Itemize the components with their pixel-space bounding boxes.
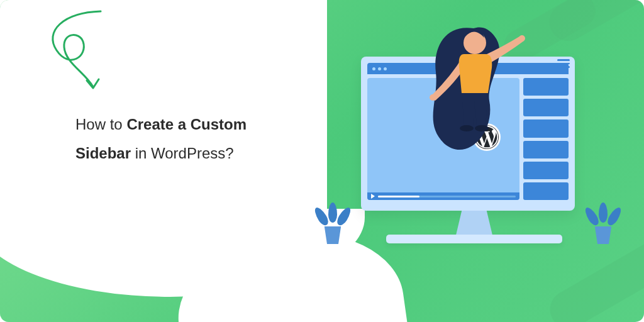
video-progress-bar: [367, 192, 519, 200]
monitor-base: [386, 235, 562, 243]
hamburger-icon: [557, 59, 570, 68]
monitor-stand: [446, 211, 502, 235]
title-suffix: in WordPress?: [131, 145, 234, 162]
left-panel: How to Create a Custom Sidebar in WordPr…: [0, 0, 327, 322]
plant-decor: [586, 189, 620, 244]
page-title: How to Create a Custom Sidebar in WordPr…: [75, 110, 302, 167]
promo-banner: How to Create a Custom Sidebar in WordPr…: [0, 0, 644, 322]
svg-point-4: [519, 35, 525, 42]
title-prefix: How to: [75, 116, 126, 133]
svg-point-1: [460, 125, 474, 131]
svg-point-2: [475, 125, 489, 131]
curly-arrow-icon: [25, 6, 119, 101]
monitor-illustration: [361, 57, 587, 270]
svg-point-3: [430, 94, 436, 101]
sidebar-item: [523, 182, 569, 200]
monitor-screen: [361, 57, 575, 211]
progress-track: [378, 196, 516, 197]
window-dot-icon: [372, 67, 375, 70]
plant-decor: [316, 189, 350, 244]
play-icon: [371, 194, 375, 199]
person-illustration: [414, 13, 533, 170]
window-dot-icon: [378, 67, 381, 70]
window-dot-icon: [384, 67, 387, 70]
curve-decor: [0, 247, 327, 322]
